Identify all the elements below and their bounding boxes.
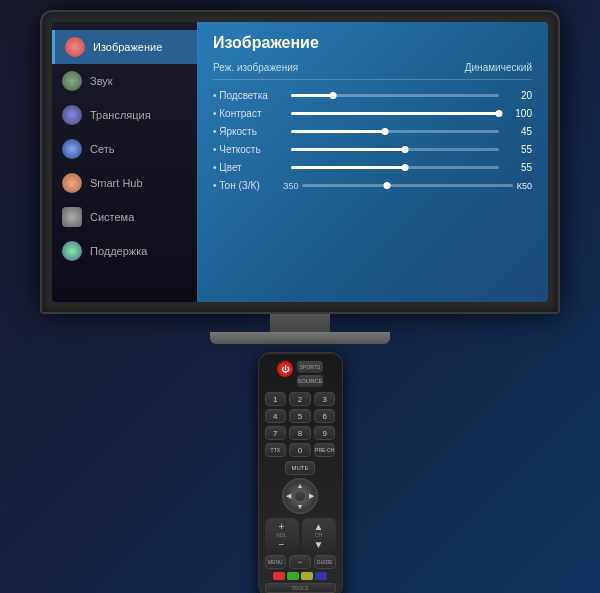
ch-down-button[interactable]: ▼ xyxy=(304,538,334,550)
tv-container: Изображение Звук Трансляция Сеть xyxy=(40,10,560,344)
remote-control: ⏻ SPORTS SOURCE 1 2 3 4 5 6 7 8 9 TTX 0 xyxy=(258,352,343,593)
setting-value-brightness: 45 xyxy=(507,126,532,137)
sidebar-item-network[interactable]: Сеть xyxy=(52,132,197,166)
sidebar-label-support: Поддержка xyxy=(90,245,147,257)
network-icon xyxy=(62,139,82,159)
remote-numpad: 1 2 3 4 5 6 7 8 9 TTX 0 PRE-CH xyxy=(265,392,336,457)
sidebar-item-support[interactable]: Поддержка xyxy=(52,234,197,268)
setting-row-sharpness: Четкость 55 xyxy=(213,144,532,155)
setting-label-brightness: Яркость xyxy=(213,126,283,137)
setting-row-ton: Тон (З/К) З50 К50 xyxy=(213,180,532,191)
btn-3[interactable]: 3 xyxy=(314,392,336,406)
slider-sharpness[interactable] xyxy=(291,148,499,151)
color-buttons xyxy=(265,572,336,580)
mute-button[interactable]: MUTE xyxy=(285,461,315,475)
btn-2[interactable]: 2 xyxy=(289,392,311,406)
sound-icon xyxy=(62,71,82,91)
sidebar-item-system[interactable]: Система xyxy=(52,200,197,234)
setting-label-contrast: Контраст xyxy=(213,108,283,119)
setting-label-sharpness: Четкость xyxy=(213,144,283,155)
return-button[interactable]: ↩ xyxy=(289,555,311,569)
mode-value: Динамический xyxy=(465,62,532,73)
setting-row-brightness: Яркость 45 xyxy=(213,126,532,137)
source-button[interactable]: SOURCE xyxy=(297,375,323,387)
vol-minus-button[interactable]: − xyxy=(267,538,297,550)
setting-value-color: 55 xyxy=(507,162,532,173)
green-button[interactable] xyxy=(287,572,299,580)
btn-7[interactable]: 7 xyxy=(265,426,287,440)
sidebar-item-sound[interactable]: Звук xyxy=(52,64,197,98)
tv-stand-neck xyxy=(270,314,330,332)
tv-screen: Изображение Звук Трансляция Сеть xyxy=(52,22,548,302)
main-content: Изображение Реж. изображения Динамически… xyxy=(197,22,548,302)
mode-label: Реж. изображения xyxy=(213,62,298,73)
sidebar-item-smarthub[interactable]: Smart Hub xyxy=(52,166,197,200)
sidebar-item-image[interactable]: Изображение xyxy=(52,30,197,64)
broadcast-icon xyxy=(62,105,82,125)
tv-frame: Изображение Звук Трансляция Сеть xyxy=(40,10,560,314)
ton-bar xyxy=(302,184,512,187)
btn-0[interactable]: 0 xyxy=(289,443,311,457)
sidebar-item-broadcast[interactable]: Трансляция xyxy=(52,98,197,132)
ch-up-button[interactable]: ▲ xyxy=(304,520,334,532)
yellow-button[interactable] xyxy=(301,572,313,580)
support-icon xyxy=(62,241,82,261)
ton-slider-container[interactable]: З50 К50 xyxy=(283,181,532,191)
slider-color[interactable] xyxy=(291,166,499,169)
content-title: Изображение xyxy=(213,34,532,52)
setting-label-backlight: Подсветка xyxy=(213,90,283,101)
red-button[interactable] xyxy=(273,572,285,580)
menu-button[interactable]: MENU xyxy=(265,555,287,569)
sports-button[interactable]: SPORTS xyxy=(297,361,323,373)
vol-ch-row: + VOL − ▲ CH ▼ xyxy=(265,518,336,552)
btn-prech[interactable]: PRE-CH xyxy=(314,443,336,457)
sidebar-label-network: Сеть xyxy=(90,143,114,155)
nav-circle[interactable]: ▲ ▼ ◀ ▶ xyxy=(282,478,318,514)
btn-4[interactable]: 4 xyxy=(265,409,287,423)
btn-5[interactable]: 5 xyxy=(289,409,311,423)
sidebar-label-image: Изображение xyxy=(93,41,162,53)
guide-button[interactable]: GUIDE xyxy=(314,555,336,569)
btn-9[interactable]: 9 xyxy=(314,426,336,440)
nav-center-button[interactable] xyxy=(294,490,306,502)
setting-value-backlight: 20 xyxy=(507,90,532,101)
btn-8[interactable]: 8 xyxy=(289,426,311,440)
setting-row-backlight: Подсветка 20 xyxy=(213,90,532,101)
system-icon xyxy=(62,207,82,227)
remote-bottom-buttons: MENU ↩ GUIDE xyxy=(265,555,336,569)
btn-ttx[interactable]: TTX xyxy=(265,443,287,457)
ton-thumb xyxy=(383,182,390,189)
sidebar-label-sound: Звук xyxy=(90,75,113,87)
slider-backlight[interactable] xyxy=(291,94,499,97)
remote-top-buttons: ⏻ SPORTS SOURCE xyxy=(265,361,336,387)
ton-right-value: К50 xyxy=(517,181,532,191)
tools-button[interactable]: TOOLS xyxy=(265,583,336,593)
slider-brightness[interactable] xyxy=(291,130,499,133)
setting-label-ton: Тон (З/К) xyxy=(213,180,283,191)
vol-plus-button[interactable]: + xyxy=(267,520,297,532)
smarthub-icon xyxy=(62,173,82,193)
setting-value-sharpness: 55 xyxy=(507,144,532,155)
mode-row: Реж. изображения Динамический xyxy=(213,62,532,80)
sidebar-label-system: Система xyxy=(90,211,134,223)
power-button[interactable]: ⏻ xyxy=(277,361,293,377)
blue-button[interactable] xyxy=(315,572,327,580)
tv-stand-base xyxy=(210,332,390,344)
slider-contrast[interactable] xyxy=(291,112,499,115)
image-icon xyxy=(65,37,85,57)
sidebar-label-smarthub: Smart Hub xyxy=(90,177,143,189)
channel-control: ▲ CH ▼ xyxy=(302,518,336,552)
tv-ui: Изображение Звук Трансляция Сеть xyxy=(52,22,548,302)
sidebar: Изображение Звук Трансляция Сеть xyxy=(52,22,197,302)
volume-control: + VOL − xyxy=(265,518,299,552)
btn-1[interactable]: 1 xyxy=(265,392,287,406)
sidebar-label-broadcast: Трансляция xyxy=(90,109,151,121)
setting-row-contrast: Контраст 100 xyxy=(213,108,532,119)
btn-6[interactable]: 6 xyxy=(314,409,336,423)
setting-row-color: Цвет 55 xyxy=(213,162,532,173)
setting-label-color: Цвет xyxy=(213,162,283,173)
ton-left-value: З50 xyxy=(283,181,298,191)
remote-container: ⏻ SPORTS SOURCE 1 2 3 4 5 6 7 8 9 TTX 0 xyxy=(258,352,343,593)
nav-area: ▲ ▼ ◀ ▶ xyxy=(265,478,336,514)
setting-value-contrast: 100 xyxy=(507,108,532,119)
